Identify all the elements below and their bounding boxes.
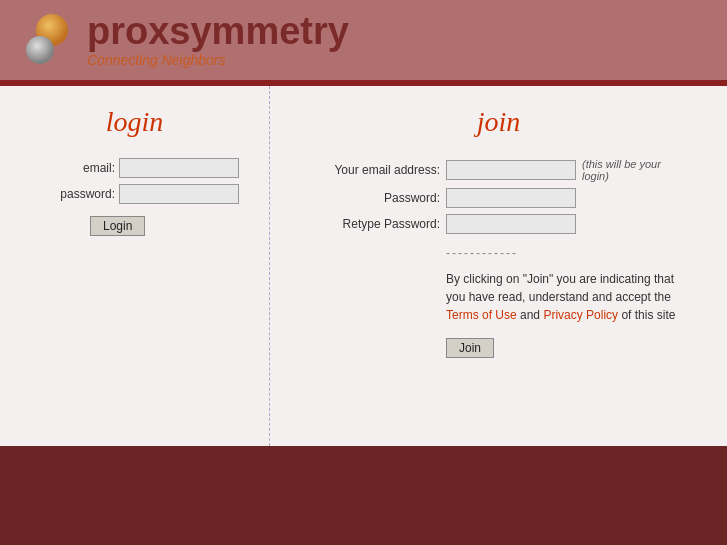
join-retype-row: Retype Password:	[310, 214, 687, 234]
join-section: join Your email address: (this will be y…	[270, 86, 727, 446]
join-email-row: Your email address: (this will be your l…	[310, 158, 687, 182]
site-name: proxsymmetry	[87, 12, 349, 50]
join-password-label: Password:	[310, 191, 440, 205]
join-email-label: Your email address:	[310, 163, 440, 177]
password-label: password:	[60, 187, 115, 201]
join-email-input[interactable]	[446, 160, 576, 180]
terms-prefix: By clicking on "Join" you are indicating…	[446, 272, 674, 304]
logo-text-container: proxsymmetry Connecting Neighbors	[87, 12, 349, 68]
join-button-row: Join	[446, 338, 687, 358]
login-form: email: password: Login	[30, 158, 239, 236]
svg-point-1	[26, 36, 54, 64]
join-form: Your email address: (this will be your l…	[310, 158, 687, 358]
join-terms-text: By clicking on "Join" you are indicating…	[446, 270, 687, 324]
join-button[interactable]: Join	[446, 338, 494, 358]
email-row: email:	[30, 158, 239, 178]
privacy-policy-link[interactable]: Privacy Policy	[543, 308, 618, 322]
join-retype-label: Retype Password:	[310, 217, 440, 231]
footer-area	[0, 446, 727, 545]
logo-icon	[20, 10, 75, 70]
join-password-row: Password:	[310, 188, 687, 208]
terms-mid: and	[517, 308, 544, 322]
password-row: password:	[30, 184, 239, 204]
login-button-row: Login	[30, 216, 239, 236]
site-tagline: Connecting Neighbors	[87, 52, 349, 68]
email-hint: (this will be your login)	[582, 158, 687, 182]
password-input[interactable]	[119, 184, 239, 204]
email-input[interactable]	[119, 158, 239, 178]
email-label: email:	[83, 161, 115, 175]
login-title: login	[30, 106, 239, 138]
main-content: login email: password: Login join Your e…	[0, 86, 727, 446]
terms-suffix: of this site	[618, 308, 675, 322]
logo-container: proxsymmetry Connecting Neighbors	[20, 10, 349, 70]
login-section: login email: password: Login	[0, 86, 270, 446]
join-retype-input[interactable]	[446, 214, 576, 234]
join-password-input[interactable]	[446, 188, 576, 208]
header: proxsymmetry Connecting Neighbors	[0, 0, 727, 80]
join-title: join	[310, 106, 687, 138]
join-terms-divider: ------------	[446, 246, 687, 260]
terms-of-use-link[interactable]: Terms of Use	[446, 308, 517, 322]
login-button[interactable]: Login	[90, 216, 145, 236]
